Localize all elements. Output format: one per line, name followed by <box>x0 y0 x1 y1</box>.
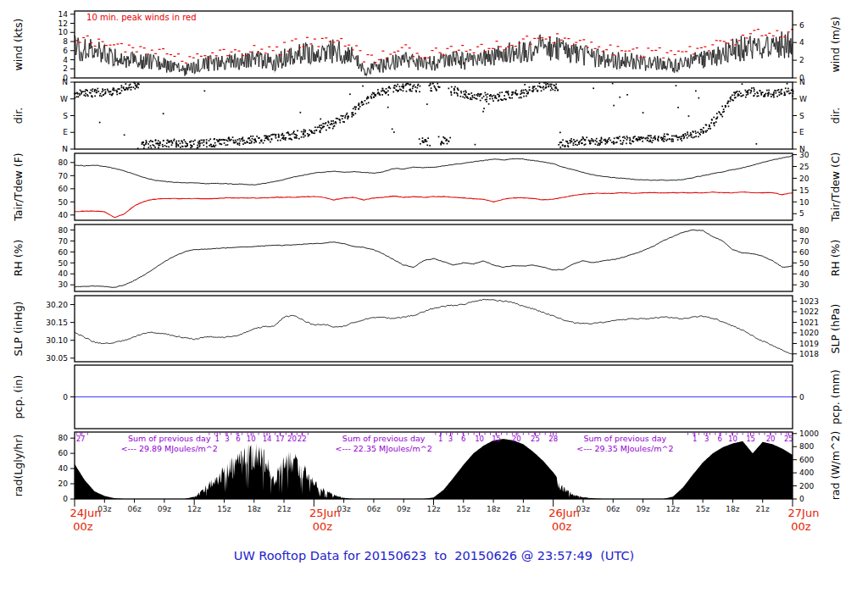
ytick-left-tair_tdew: 40 <box>58 211 69 219</box>
rad-milestone-label: 6 <box>717 435 721 443</box>
ylabel-left-rh: RH (%) <box>12 240 25 277</box>
ytick-right-wind: 6 <box>799 21 804 30</box>
rad-milestone-label: 27 <box>76 435 86 443</box>
xtick-minor-label: 15z <box>696 505 709 513</box>
rad-sum-line2: <--- 22.35 MJoules/m^2 <box>336 444 432 453</box>
ytick-left-rad: 40 <box>58 464 69 473</box>
xtick-minor-label: 18z <box>248 505 261 513</box>
ytick-left-slp: 30.15 <box>46 319 68 327</box>
ytick-right-wind: 2 <box>799 56 804 64</box>
ytick-right-slp: 1018 <box>799 350 819 358</box>
rad-milestone-label: 10 <box>728 435 737 443</box>
ylabel-right-tair_tdew: Tair/Tdew (C) <box>829 152 842 223</box>
panel-tair_tdew: 405060708051015202530Tair/Tdew (F)Tair/T… <box>12 151 842 223</box>
xtick-minor-label: 21z <box>277 505 291 513</box>
ytick-left-rh: 80 <box>58 226 69 235</box>
panel-slp: 30.0530.1030.1530.2010181019102010211022… <box>12 297 842 363</box>
xtick-day-label: 25Jun <box>309 507 341 519</box>
tdew-line <box>75 192 793 218</box>
ytick-right-tair_tdew: 10 <box>799 198 810 207</box>
tair-line <box>75 156 793 186</box>
rad-milestone-label: 20 <box>766 435 776 443</box>
dir-scatter <box>74 82 793 149</box>
xtick-day-sublabel: 00z <box>313 520 333 533</box>
x-axis: 03z06z09z12z15z18z21z03z06z09z12z15z18z2… <box>70 499 820 533</box>
ytick-right-slp: 1022 <box>799 308 819 316</box>
rad-milestone-label: 25 <box>531 435 540 443</box>
xtick-minor-label: 15z <box>217 505 231 513</box>
ytick-right-rad: 600 <box>799 456 814 464</box>
rad-milestone-label: 10 <box>475 435 484 443</box>
rad-sum-annotations: Sum of previous day<--- 29.89 MJoules/m^… <box>121 434 674 453</box>
ytick-left-dir: W <box>60 95 68 103</box>
ytick-right-rad: 400 <box>799 468 814 477</box>
ytick-right-tair_tdew: 5 <box>799 209 804 218</box>
xtick-day-sublabel: 00z <box>791 520 811 533</box>
rad-milestone-label: 14 <box>263 435 272 443</box>
xtick-minor-label: 21z <box>516 505 530 513</box>
rad-milestone-label: 1 <box>215 435 220 443</box>
ytick-right-rh: 70 <box>799 237 810 246</box>
rad-milestone-label: 25 <box>784 435 793 443</box>
rad-milestone-label: 6 <box>236 435 240 443</box>
xtick-minor-label: 12z <box>187 505 201 513</box>
ylabel-right-dir: dir. <box>829 108 842 124</box>
ytick-right-tair_tdew: 25 <box>799 163 809 171</box>
ytick-right-dir: E <box>799 128 804 136</box>
rad-sum-line1: Sum of previous day <box>342 434 426 443</box>
ytick-right-slp: 1020 <box>799 329 819 337</box>
rh-line <box>75 230 793 287</box>
panel-border-dir <box>75 82 793 149</box>
ytick-right-tair_tdew: 20 <box>799 175 810 183</box>
xtick-day-sublabel: 00z <box>73 520 93 533</box>
rad-milestone-label: 15 <box>746 435 755 443</box>
rad-milestone-label: 3 <box>448 435 453 443</box>
ytick-left-rad: 0 <box>63 495 68 503</box>
xtick-minor-label: 09z <box>158 505 171 513</box>
xtick-minor-label: 15z <box>457 505 470 513</box>
ylabel-right-slp: SLP (hPa) <box>829 304 842 354</box>
xtick-day-label: 26Jun <box>548 507 580 519</box>
ytick-left-rh: 40 <box>58 269 69 278</box>
wind-peak-dots: 10 min. peak winds in red <box>75 13 793 64</box>
panel-border-slp <box>75 296 793 362</box>
ytick-left-slp: 30.05 <box>46 354 68 363</box>
rad-sum-line1: Sum of previous day <box>128 434 211 443</box>
xtick-minor-label: 06z <box>127 505 141 513</box>
ytick-right-dir: W <box>799 95 807 103</box>
ytick-left-dir: S <box>63 112 68 120</box>
ytick-left-rh: 30 <box>58 280 69 289</box>
meteogram-chart: 024681012140246wind (kts)wind (m/s)NESWN… <box>0 0 868 593</box>
rad-milestone-label: 3 <box>225 435 229 443</box>
ytick-right-rh: 60 <box>799 248 810 257</box>
ytick-left-tair_tdew: 50 <box>58 198 69 207</box>
rad-milestone-label: 3 <box>704 435 709 443</box>
panel-border-tair_tdew <box>75 153 793 220</box>
xtick-minor-label: 06z <box>606 505 620 513</box>
ytick-left-wind: 4 <box>63 56 68 64</box>
xtick-minor-label: 06z <box>367 505 381 513</box>
rad-milestone-label: 15 <box>492 435 501 443</box>
ytick-left-pcp: 0 <box>63 393 68 402</box>
ytick-left-rad: 80 <box>58 434 69 442</box>
ytick-right-tair_tdew: 30 <box>799 151 810 159</box>
wind-series <box>75 31 793 75</box>
ytick-left-wind: 8 <box>63 37 68 46</box>
xtick-day-sublabel: 00z <box>552 520 572 533</box>
ytick-left-rh: 50 <box>58 259 69 268</box>
ylabel-left-dir: dir. <box>12 108 25 124</box>
meteogram-canvas: 024681012140246wind (kts)wind (m/s)NESWN… <box>0 0 868 593</box>
ytick-right-slp: 1023 <box>799 297 819 306</box>
ylabel-right-rh: RH (%) <box>829 240 842 277</box>
xtick-minor-label: 18z <box>726 505 739 513</box>
xtick-minor-label: 21z <box>756 505 770 513</box>
rad-milestone-label: 6 <box>461 435 465 443</box>
ytick-left-dir: N <box>62 78 68 86</box>
ytick-left-dir: N <box>62 145 68 153</box>
ytick-right-rh: 80 <box>799 226 810 235</box>
ytick-right-rh: 50 <box>799 259 810 268</box>
rad-milestone-label: 1 <box>438 435 442 443</box>
ylabel-left-tair_tdew: Tair/Tdew (F) <box>12 152 25 221</box>
ytick-left-rh: 60 <box>58 248 69 257</box>
ylabel-left-pcp: pcp. (in) <box>12 375 25 419</box>
